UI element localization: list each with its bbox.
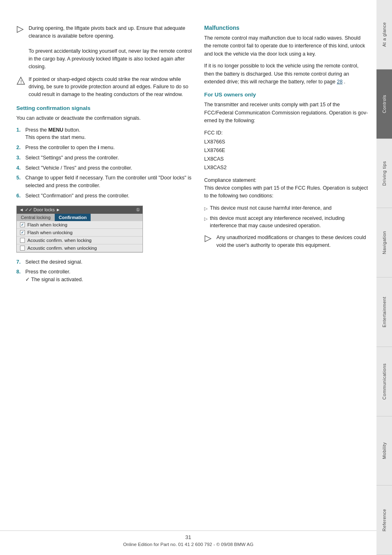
right-column: Malfunctions The remote control may malf… [204,25,368,539]
step-4: 4. Select "Vehicle / Tires" and press th… [16,164,192,172]
sidebar-item-reference[interactable]: Reference [376,486,392,555]
screen-tab-confirmation: Confirmation [55,214,91,221]
triangle-icon-1 [16,25,25,34]
screen-row-2: ✓ Flash when unlocking [17,229,143,237]
checkbox-acoustic-lock [20,238,25,243]
sidebar-item-controls[interactable]: Controls [376,69,392,139]
screen-tab-row: Central locking Confirmation [17,214,143,221]
fcc-ids: FCC ID: LX8766S LX8766E LX8CAS LX8CAS2 [204,129,368,172]
checkbox-acoustic-unlock [20,246,25,251]
sidebar-item-communications[interactable]: Communications [376,347,392,416]
section-heading-confirmation: Setting confirmation signals [16,105,192,111]
warning-text: If pointed or sharp-edged objects could … [29,76,192,98]
screen-tab-central: Central locking [17,214,55,221]
warning-box: ! If pointed or sharp-edged objects coul… [16,76,192,98]
bullet-triangle-2: ▷ [204,215,207,230]
step-7: 7. Select the desired signal. [16,258,192,266]
notice-box-1: During opening, the liftgate pivots back… [16,25,192,71]
svg-marker-3 [205,236,211,242]
svg-marker-0 [17,27,23,33]
malfunctions-title: Malfunctions [204,25,368,31]
screen-top-bar: ◄ ✓✓ Door locks ► ① [17,206,143,214]
bullet-list: ▷ This device must not cause harmful int… [204,204,368,230]
bullet-triangle-1: ▷ [204,205,207,212]
screen-row-3: Acoustic confirm. when locking [17,237,143,244]
malfunctions-body-1: The remote control may malfunction due t… [204,34,368,58]
triangle-icon-bottom [204,234,213,243]
step-3: 3. Select "Settings" and press the contr… [16,154,192,162]
step-6: 6. Select "Confirmation" and press the c… [16,192,192,200]
checkbox-flash-unlock: ✓ [20,230,25,235]
sidebar-item-driving-tips[interactable]: Driving tips [376,139,392,208]
malfunctions-body-2: If it is no longer possible to lock the … [204,62,368,86]
page-footer: 31 Online Edition for Part no. 01 41 2 6… [0,530,376,547]
for-us-body-1: The transmitter and receiver units compl… [204,101,368,125]
page-link-28[interactable]: 28 [337,79,343,85]
screen-top-icon: ① [136,207,140,213]
steps-list-2: 7. Select the desired signal. 8. Press t… [16,258,192,284]
checkbox-flash-lock: ✓ [20,222,25,227]
sidebar: At a glance Controls Driving tips Naviga… [376,0,392,555]
step-2: 2. Press the controller to open the i me… [16,144,192,152]
screen-row-4: Acoustic confirm. when unlocking [17,244,143,252]
bottom-notice-text: Any unauthorized modifications or change… [216,234,368,249]
left-column: During opening, the liftgate pivots back… [16,25,192,539]
bottom-notice: Any unauthorized modifications or change… [204,234,368,249]
footer-text: Online Edition for Part no. 01 41 2 600 … [0,542,376,547]
page-number: 31 [0,534,376,540]
screen-simulation: ◄ ✓✓ Door locks ► ① Central locking Conf… [16,206,143,253]
bullet-item-2: ▷ this device must accept any interferen… [204,215,368,230]
sidebar-item-entertainment[interactable]: Entertainment [376,278,392,347]
screen-row-1: ✓ Flash when locking [17,221,143,229]
step-1: 1. Press the MENU button.This opens the … [16,126,192,142]
sidebar-item-navigation[interactable]: Navigation [376,208,392,278]
svg-text:!: ! [20,79,22,84]
intro-text: You can activate or deactivate the confi… [16,114,192,122]
step-8: 8. Press the controller. ✓ The signal is… [16,268,192,284]
screen-top-label: ◄ ✓✓ Door locks ► [19,207,60,213]
sidebar-item-mobility[interactable]: Mobility [376,416,392,486]
compliance-text: Compliance statement: This device compli… [204,177,368,200]
step-5: 5. Change to upper field if necessary. T… [16,174,192,190]
for-us-title: For US owners only [204,92,368,98]
steps-list: 1. Press the MENU button.This opens the … [16,126,192,200]
sidebar-item-at-a-glance[interactable]: At a glance [376,0,392,69]
warning-icon: ! [16,76,25,85]
notice-text-1: During opening, the liftgate pivots back… [29,25,192,71]
bullet-item-1: ▷ This device must not cause harmful int… [204,204,368,212]
